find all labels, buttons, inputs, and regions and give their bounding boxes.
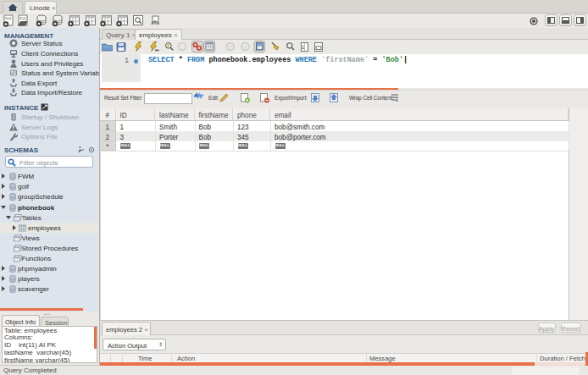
svg-text:SQL: SQL [5,16,13,20]
svg-text:SQL: SQL [19,16,27,20]
